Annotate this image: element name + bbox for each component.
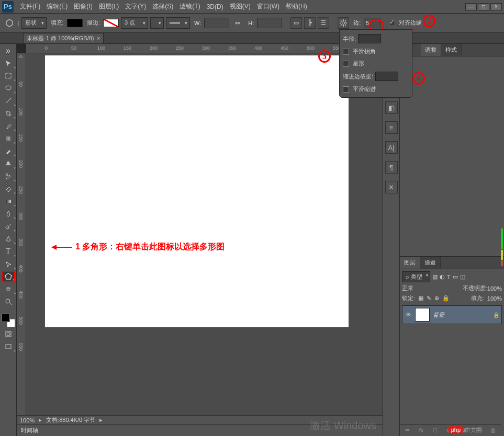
menu-3d[interactable]: 3D(D) bbox=[204, 3, 227, 10]
align-edges-checkbox[interactable] bbox=[389, 20, 395, 26]
canvas-viewport[interactable]: 1 多角形：右键单击此图标以选择多形图 bbox=[26, 53, 383, 426]
maximize-button[interactable]: □ bbox=[478, 3, 489, 10]
crop-tool[interactable]: ▸ bbox=[2, 108, 15, 119]
menu-image[interactable]: 图像(I) bbox=[71, 2, 95, 11]
fill-swatch[interactable] bbox=[67, 19, 83, 27]
link-wh-icon[interactable]: ⇔ bbox=[231, 17, 244, 29]
quickmask-tool[interactable] bbox=[2, 328, 15, 340]
gradient-tool[interactable]: ▸ bbox=[2, 196, 15, 207]
shape-mode-select[interactable]: 形状 bbox=[21, 17, 47, 29]
stamp-tool[interactable]: ▸ bbox=[2, 158, 15, 169]
path-select-tool[interactable]: ▸ bbox=[2, 258, 15, 270]
width-input[interactable] bbox=[204, 18, 229, 28]
tool-preset-icon[interactable]: ✕ bbox=[385, 181, 398, 193]
arrange-button[interactable]: ☰ bbox=[318, 17, 329, 29]
filter-shape-icon[interactable]: ▭ bbox=[453, 273, 458, 280]
filter-image-icon[interactable]: ▧ bbox=[432, 273, 438, 280]
lock-position-icon[interactable]: ⊕ bbox=[434, 295, 439, 302]
document-tab[interactable]: 未标题-1 @ 100%(RGB/8) × bbox=[23, 33, 104, 43]
marquee-tool[interactable]: ▸ bbox=[2, 70, 15, 82]
fill-opacity-label: 填充: bbox=[471, 294, 484, 302]
info-panel-icon[interactable]: ≡ bbox=[385, 121, 398, 134]
stroke-width-select[interactable]: 3 点 bbox=[121, 17, 148, 29]
menu-select[interactable]: 选择(S) bbox=[149, 2, 176, 11]
close-tab-icon[interactable]: × bbox=[97, 36, 100, 41]
pen-tool[interactable]: ▸ bbox=[2, 233, 15, 245]
lasso-tool[interactable]: ▸ bbox=[2, 83, 15, 94]
layers-tab[interactable]: 图层 bbox=[400, 257, 420, 269]
ruler-tick: 450 bbox=[281, 45, 288, 51]
menu-filter[interactable]: 滤镜(T) bbox=[176, 2, 203, 11]
brush-tool[interactable]: ▸ bbox=[2, 145, 15, 157]
fg-color-swatch[interactable] bbox=[2, 314, 10, 322]
status-more-icon[interactable]: ▸ bbox=[99, 417, 103, 423]
fill-opacity-value[interactable]: 100% bbox=[487, 295, 502, 302]
layer-style-icon[interactable]: fx bbox=[419, 427, 424, 433]
link-layers-icon[interactable]: ⇔ bbox=[405, 427, 410, 433]
stroke-type-select[interactable] bbox=[166, 17, 190, 29]
menu-file[interactable]: 文件(F) bbox=[17, 2, 43, 11]
smooth-indent-checkbox[interactable] bbox=[343, 86, 349, 93]
menu-edit[interactable]: 编辑(E) bbox=[43, 2, 71, 11]
indent-input[interactable] bbox=[375, 72, 398, 81]
current-tool-icon[interactable] bbox=[3, 17, 16, 29]
visibility-toggle-icon[interactable]: 👁 bbox=[405, 312, 412, 318]
channels-tab[interactable]: 通道 bbox=[420, 257, 441, 269]
blend-mode-select[interactable]: 正常 bbox=[402, 284, 461, 292]
eraser-tool[interactable]: ▸ bbox=[2, 183, 15, 194]
zoom-tool[interactable] bbox=[2, 296, 15, 307]
styles-tab[interactable]: 样式 bbox=[441, 44, 462, 56]
dodge-tool[interactable]: ▸ bbox=[2, 221, 15, 232]
radius-input[interactable] bbox=[358, 34, 381, 43]
menu-type[interactable]: 文字(Y) bbox=[122, 2, 149, 11]
opacity-value[interactable]: 100% bbox=[487, 285, 502, 292]
paragraph-panel-icon[interactable]: ¶ bbox=[385, 161, 398, 174]
lock-all-icon[interactable]: 🔒 bbox=[442, 295, 450, 302]
menu-window[interactable]: 窗口(W) bbox=[254, 2, 283, 11]
zoom-level[interactable]: 100% bbox=[20, 417, 35, 423]
stroke-options-select[interactable] bbox=[150, 17, 164, 29]
layer-thumbnail[interactable] bbox=[415, 308, 430, 322]
filter-smart-icon[interactable]: ◫ bbox=[460, 273, 465, 280]
move-tool[interactable]: ▸ bbox=[2, 58, 15, 69]
magic-wand-tool[interactable]: ▸ bbox=[2, 95, 15, 107]
fg-bg-swatches[interactable] bbox=[2, 314, 15, 327]
height-input[interactable] bbox=[257, 18, 282, 28]
polygon-shape-tool[interactable]: ▸ bbox=[2, 271, 15, 282]
filter-type-icon[interactable]: T bbox=[447, 274, 451, 280]
blur-tool[interactable]: ▸ bbox=[2, 208, 15, 220]
screen-mode-tool[interactable]: ▸ bbox=[2, 341, 15, 352]
history-brush-tool[interactable]: ▸ bbox=[2, 170, 15, 182]
menu-help[interactable]: 帮助(H) bbox=[283, 2, 310, 11]
minimize-button[interactable]: — bbox=[465, 3, 477, 10]
layer-filter-select[interactable]: ⌕ 类型 bbox=[402, 271, 430, 282]
layer-item-background[interactable]: 👁 背景 🔒 bbox=[402, 305, 502, 324]
smooth-corners-checkbox[interactable] bbox=[343, 49, 349, 55]
path-op-button[interactable]: ▭ bbox=[290, 17, 302, 29]
tab-toggle-icon[interactable]: » bbox=[2, 45, 15, 56]
stroke-swatch[interactable] bbox=[103, 19, 119, 27]
layer-name[interactable]: 背景 bbox=[433, 311, 444, 319]
delete-layer-icon[interactable]: 🗑 bbox=[490, 427, 496, 433]
menu-view[interactable]: 视图(V) bbox=[227, 2, 254, 11]
type-tool[interactable]: T▸ bbox=[2, 246, 15, 257]
character-panel-icon[interactable]: A| bbox=[385, 141, 398, 154]
lock-pixels-icon[interactable]: ✎ bbox=[427, 295, 431, 302]
histogram-panel-icon[interactable]: ◧ bbox=[385, 101, 398, 114]
hand-tool[interactable]: ▸ bbox=[2, 283, 15, 295]
healing-tool[interactable]: ▸ bbox=[2, 133, 15, 144]
vertical-ruler[interactable]: 0 50 100 150 200 250 300 350 400 450 500… bbox=[17, 53, 26, 426]
filter-adjust-icon[interactable]: ◐ bbox=[440, 273, 445, 280]
adjustments-tab[interactable]: 调整 bbox=[421, 44, 441, 56]
layer-mask-icon[interactable]: ◻ bbox=[433, 427, 438, 433]
lock-transparent-icon[interactable]: ▦ bbox=[418, 295, 423, 302]
settings-gear-button[interactable] bbox=[338, 17, 349, 29]
ruler-tick: 150 bbox=[18, 134, 24, 142]
align-button[interactable]: ┣ bbox=[304, 17, 316, 29]
status-expand-icon[interactable]: ▸ bbox=[39, 417, 42, 423]
menu-layer[interactable]: 图层(L) bbox=[96, 2, 122, 11]
eyedropper-tool[interactable]: ▸ bbox=[2, 120, 15, 132]
canvas[interactable] bbox=[45, 55, 349, 327]
star-checkbox[interactable] bbox=[343, 61, 349, 67]
close-button[interactable]: × bbox=[490, 3, 502, 10]
